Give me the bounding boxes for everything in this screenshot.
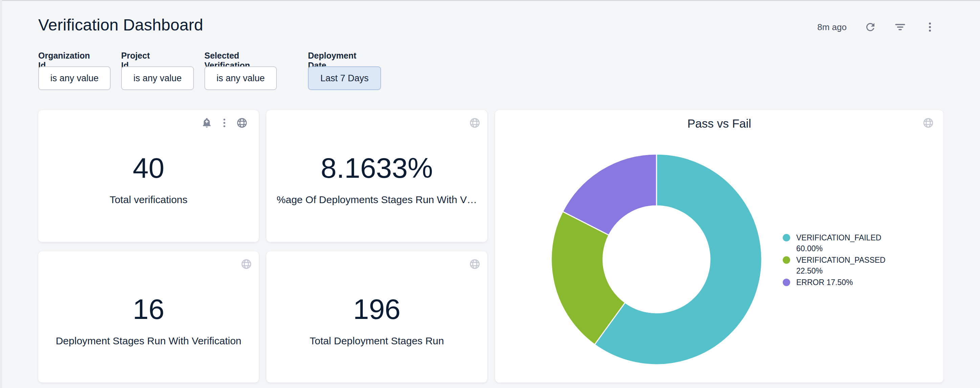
tile-menu-button[interactable] — [219, 117, 230, 129]
header-actions: 8m ago — [817, 19, 936, 35]
donut-chart-area — [548, 151, 765, 368]
refresh-button[interactable] — [864, 21, 877, 33]
legend-label: VERIFICATION_FAILED 60.00% — [796, 232, 888, 254]
kpi-value: 196 — [266, 294, 487, 324]
kpi-value: 8.1633% — [266, 153, 487, 183]
legend-label: ERROR 17.50% — [796, 277, 853, 288]
legend-item-verification_passed[interactable]: VERIFICATION_PASSED 22.50% — [783, 255, 888, 276]
filter-value-project-id[interactable]: is any value — [121, 66, 194, 90]
page-top-border — [0, 0, 980, 1]
explore-from-here-button[interactable] — [236, 117, 248, 129]
create-alert-button[interactable] — [201, 117, 213, 129]
kpi-label: Deployment Stages Run With Verification — [38, 335, 259, 347]
tile-deployment-stages-with-verification: 16 Deployment Stages Run With Verificati… — [38, 251, 259, 383]
explore-from-here-button[interactable] — [469, 117, 480, 129]
globe-icon — [236, 117, 248, 129]
legend-item-error[interactable]: ERROR 17.50% — [783, 277, 888, 288]
legend-dot — [783, 256, 790, 264]
page-left-edge — [0, 0, 2, 388]
explore-from-here-button[interactable] — [240, 258, 252, 270]
tile-total-verifications: 40 Total verifications — [38, 110, 259, 242]
tile-total-deployment-stages-run: 196 Total Deployment Stages Run — [266, 251, 487, 383]
refresh-icon — [864, 21, 877, 33]
legend-item-verification_failed[interactable]: VERIFICATION_FAILED 60.00% — [783, 232, 888, 254]
filters-toggle-button[interactable] — [894, 21, 906, 33]
tile-pass-vs-fail-chart: Pass vs Fail VERIFICATION_FAILED 60.00%V… — [495, 110, 943, 383]
filter-value-selected-verification-type[interactable]: is any value — [204, 66, 277, 90]
globe-icon — [923, 117, 934, 129]
kpi-label: %age Of Deployments Stages Run With V… — [266, 194, 487, 206]
kpi-value: 40 — [38, 153, 259, 183]
chart-legend: VERIFICATION_FAILED 60.00%VERIFICATION_P… — [783, 232, 888, 289]
last-refreshed-label: 8m ago — [817, 22, 847, 32]
donut-chart — [548, 151, 765, 368]
filter-list-icon — [894, 21, 906, 33]
explore-from-here-button[interactable] — [469, 258, 480, 270]
filter-value-organization-id[interactable]: is any value — [38, 66, 111, 90]
explore-from-here-button[interactable] — [923, 117, 934, 129]
filter-value-deployment-date[interactable]: Last 7 Days — [308, 66, 381, 90]
page-title: Verification Dashboard — [38, 16, 203, 34]
chart-title: Pass vs Fail — [495, 117, 943, 130]
kpi-label: Total Deployment Stages Run — [266, 335, 487, 347]
globe-icon — [469, 258, 480, 270]
globe-icon — [240, 258, 252, 270]
kebab-menu-icon — [219, 117, 230, 129]
kebab-menu-icon — [924, 21, 936, 33]
dashboard-menu-button[interactable] — [924, 21, 936, 33]
legend-label: VERIFICATION_PASSED 22.50% — [796, 255, 888, 276]
legend-dot — [783, 279, 790, 286]
globe-icon — [469, 117, 480, 129]
legend-dot — [783, 234, 790, 241]
tile-percentage-deployments-with-verification: 8.1633% %age Of Deployments Stages Run W… — [266, 110, 487, 242]
kpi-label: Total verifications — [38, 194, 259, 206]
kpi-value: 16 — [38, 294, 259, 324]
bell-plus-icon — [201, 117, 213, 129]
